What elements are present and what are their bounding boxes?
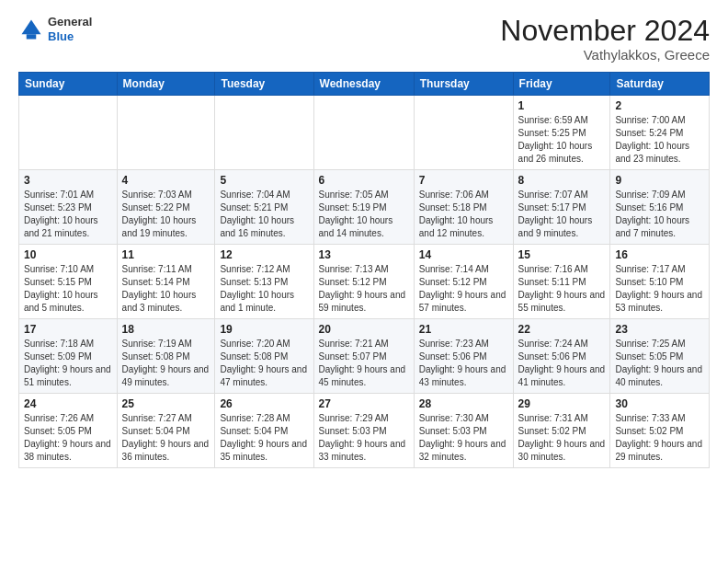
- day-info: Sunrise: 7:04 AM Sunset: 5:21 PM Dayligh…: [220, 189, 308, 240]
- day-info: Sunrise: 7:07 AM Sunset: 5:17 PM Dayligh…: [518, 189, 606, 240]
- day-info: Sunrise: 7:05 AM Sunset: 5:19 PM Dayligh…: [319, 189, 409, 240]
- location: Vathylakkos, Greece: [500, 47, 710, 63]
- calendar-cell: 17Sunrise: 7:18 AM Sunset: 5:09 PM Dayli…: [19, 319, 118, 394]
- col-saturday: Saturday: [610, 73, 710, 96]
- day-number: 9: [615, 174, 704, 187]
- day-number: 23: [615, 323, 704, 336]
- calendar-cell: 24Sunrise: 7:26 AM Sunset: 5:05 PM Dayli…: [19, 394, 118, 468]
- calendar-cell: 5Sunrise: 7:04 AM Sunset: 5:21 PM Daylig…: [215, 170, 313, 245]
- day-info: Sunrise: 7:21 AM Sunset: 5:07 PM Dayligh…: [319, 338, 409, 389]
- day-info: Sunrise: 7:11 AM Sunset: 5:14 PM Dayligh…: [122, 263, 210, 315]
- day-info: Sunrise: 7:14 AM Sunset: 5:12 PM Dayligh…: [419, 263, 508, 315]
- day-number: 5: [220, 174, 308, 187]
- calendar-cell: [414, 96, 513, 170]
- calendar-cell: [19, 96, 118, 170]
- day-info: Sunrise: 7:30 AM Sunset: 5:03 PM Dayligh…: [419, 412, 508, 464]
- calendar-cell: 2Sunrise: 7:00 AM Sunset: 5:24 PM Daylig…: [610, 96, 710, 170]
- col-wednesday: Wednesday: [313, 73, 414, 96]
- day-number: 26: [220, 397, 308, 410]
- day-info: Sunrise: 7:28 AM Sunset: 5:04 PM Dayligh…: [220, 412, 308, 464]
- day-info: Sunrise: 7:13 AM Sunset: 5:12 PM Dayligh…: [319, 263, 409, 315]
- day-number: 19: [220, 323, 308, 336]
- day-number: 24: [24, 397, 112, 410]
- day-info: Sunrise: 6:59 AM Sunset: 5:25 PM Dayligh…: [518, 114, 606, 166]
- calendar-cell: 21Sunrise: 7:23 AM Sunset: 5:06 PM Dayli…: [414, 319, 513, 394]
- day-number: 14: [419, 248, 508, 261]
- svg-marker-0: [22, 19, 41, 34]
- svg-rect-1: [27, 34, 37, 39]
- calendar-week-1: 1Sunrise: 6:59 AM Sunset: 5:25 PM Daylig…: [19, 96, 710, 170]
- logo-blue: Blue: [48, 29, 92, 44]
- day-number: 6: [319, 174, 409, 187]
- header: General Blue November 2024 Vathylakkos, …: [18, 15, 710, 63]
- calendar-cell: 6Sunrise: 7:05 AM Sunset: 5:19 PM Daylig…: [313, 170, 414, 245]
- calendar-week-4: 17Sunrise: 7:18 AM Sunset: 5:09 PM Dayli…: [19, 319, 710, 394]
- day-info: Sunrise: 7:31 AM Sunset: 5:02 PM Dayligh…: [518, 412, 606, 464]
- day-info: Sunrise: 7:09 AM Sunset: 5:16 PM Dayligh…: [615, 189, 704, 240]
- logo: General Blue: [18, 15, 92, 43]
- day-info: Sunrise: 7:20 AM Sunset: 5:08 PM Dayligh…: [220, 338, 308, 389]
- calendar-week-5: 24Sunrise: 7:26 AM Sunset: 5:05 PM Dayli…: [19, 394, 710, 468]
- day-number: 13: [319, 248, 409, 261]
- day-info: Sunrise: 7:19 AM Sunset: 5:08 PM Dayligh…: [122, 338, 210, 389]
- page: General Blue November 2024 Vathylakkos, …: [0, 0, 728, 483]
- day-number: 15: [518, 248, 606, 261]
- day-info: Sunrise: 7:12 AM Sunset: 5:13 PM Dayligh…: [220, 263, 308, 315]
- calendar-cell: 13Sunrise: 7:13 AM Sunset: 5:12 PM Dayli…: [313, 245, 414, 319]
- calendar-cell: [215, 96, 313, 170]
- calendar-week-2: 3Sunrise: 7:01 AM Sunset: 5:23 PM Daylig…: [19, 170, 710, 245]
- calendar-cell: [313, 96, 414, 170]
- day-number: 3: [24, 174, 112, 187]
- day-info: Sunrise: 7:29 AM Sunset: 5:03 PM Dayligh…: [319, 412, 409, 464]
- day-number: 17: [24, 323, 112, 336]
- calendar-cell: 23Sunrise: 7:25 AM Sunset: 5:05 PM Dayli…: [610, 319, 710, 394]
- calendar-cell: 26Sunrise: 7:28 AM Sunset: 5:04 PM Dayli…: [215, 394, 313, 468]
- col-friday: Friday: [513, 73, 610, 96]
- day-number: 27: [319, 397, 409, 410]
- day-number: 28: [419, 397, 508, 410]
- logo-general: General: [48, 15, 92, 29]
- day-number: 1: [518, 99, 606, 112]
- calendar-cell: 16Sunrise: 7:17 AM Sunset: 5:10 PM Dayli…: [610, 245, 710, 319]
- day-number: 7: [419, 174, 508, 187]
- col-sunday: Sunday: [19, 73, 118, 96]
- calendar-cell: 3Sunrise: 7:01 AM Sunset: 5:23 PM Daylig…: [19, 170, 118, 245]
- day-number: 2: [615, 99, 704, 112]
- calendar-cell: 30Sunrise: 7:33 AM Sunset: 5:02 PM Dayli…: [610, 394, 710, 468]
- day-number: 29: [518, 397, 606, 410]
- logo-text: General Blue: [48, 15, 92, 43]
- logo-icon: [18, 17, 44, 42]
- calendar-cell: 18Sunrise: 7:19 AM Sunset: 5:08 PM Dayli…: [117, 319, 215, 394]
- calendar-cell: 28Sunrise: 7:30 AM Sunset: 5:03 PM Dayli…: [414, 394, 513, 468]
- calendar-cell: [117, 96, 215, 170]
- day-info: Sunrise: 7:03 AM Sunset: 5:22 PM Dayligh…: [122, 189, 210, 240]
- calendar-table: Sunday Monday Tuesday Wednesday Thursday…: [18, 72, 710, 468]
- calendar-cell: 8Sunrise: 7:07 AM Sunset: 5:17 PM Daylig…: [513, 170, 610, 245]
- month-title: November 2024: [500, 15, 710, 47]
- day-number: 16: [615, 248, 704, 261]
- day-info: Sunrise: 7:17 AM Sunset: 5:10 PM Dayligh…: [615, 263, 704, 315]
- calendar-cell: 15Sunrise: 7:16 AM Sunset: 5:11 PM Dayli…: [513, 245, 610, 319]
- calendar-cell: 25Sunrise: 7:27 AM Sunset: 5:04 PM Dayli…: [117, 394, 215, 468]
- day-info: Sunrise: 7:27 AM Sunset: 5:04 PM Dayligh…: [122, 412, 210, 464]
- day-number: 25: [122, 397, 210, 410]
- calendar-cell: 4Sunrise: 7:03 AM Sunset: 5:22 PM Daylig…: [117, 170, 215, 245]
- day-number: 22: [518, 323, 606, 336]
- day-info: Sunrise: 7:01 AM Sunset: 5:23 PM Dayligh…: [24, 189, 112, 240]
- day-info: Sunrise: 7:16 AM Sunset: 5:11 PM Dayligh…: [518, 263, 606, 315]
- day-number: 8: [518, 174, 606, 187]
- calendar-cell: 9Sunrise: 7:09 AM Sunset: 5:16 PM Daylig…: [610, 170, 710, 245]
- day-number: 12: [220, 248, 308, 261]
- calendar-cell: 10Sunrise: 7:10 AM Sunset: 5:15 PM Dayli…: [19, 245, 118, 319]
- calendar-cell: 1Sunrise: 6:59 AM Sunset: 5:25 PM Daylig…: [513, 96, 610, 170]
- day-number: 20: [319, 323, 409, 336]
- col-tuesday: Tuesday: [215, 73, 313, 96]
- day-info: Sunrise: 7:33 AM Sunset: 5:02 PM Dayligh…: [615, 412, 704, 464]
- day-info: Sunrise: 7:06 AM Sunset: 5:18 PM Dayligh…: [419, 189, 508, 240]
- calendar-cell: 14Sunrise: 7:14 AM Sunset: 5:12 PM Dayli…: [414, 245, 513, 319]
- calendar-week-3: 10Sunrise: 7:10 AM Sunset: 5:15 PM Dayli…: [19, 245, 710, 319]
- day-info: Sunrise: 7:00 AM Sunset: 5:24 PM Dayligh…: [615, 114, 704, 166]
- day-number: 4: [122, 174, 210, 187]
- day-number: 10: [24, 248, 112, 261]
- calendar-cell: 20Sunrise: 7:21 AM Sunset: 5:07 PM Dayli…: [313, 319, 414, 394]
